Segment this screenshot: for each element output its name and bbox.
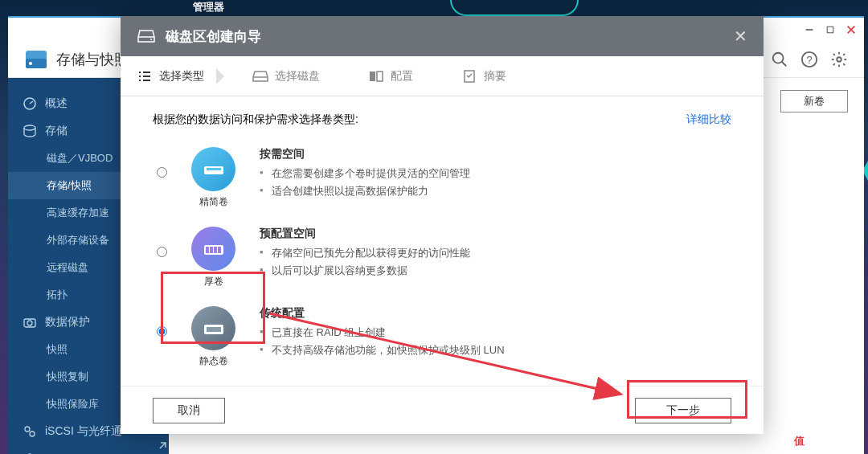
svg-rect-5 [26,59,47,68]
static-title: 传统配置 [260,306,727,321]
app-title: 存储与快照 [56,50,129,69]
decoration-curve [450,0,579,16]
disk-stack-icon [23,124,37,138]
camera-icon [23,315,37,329]
svg-text:?: ? [806,54,812,66]
svg-line-13 [30,101,33,104]
drive-white-icon [137,28,156,44]
svg-rect-31 [377,72,383,81]
step-configure: 配置 [368,68,433,84]
annotation-box-1 [161,272,265,344]
svg-rect-37 [210,247,213,253]
watermark: 值 什么值得买 [790,432,864,450]
help-icon[interactable]: ? [800,51,818,68]
step-select-type[interactable]: 选择类型 [137,68,224,84]
svg-point-22 [150,39,152,40]
sidebar-item-hybridmount[interactable]: HybridMount [8,445,169,454]
new-volume-button[interactable]: 新卷 [780,90,848,112]
radio-thin[interactable] [157,167,167,178]
svg-rect-38 [214,247,217,253]
svg-rect-1 [827,27,833,33]
svg-point-17 [25,427,30,432]
minimize-button[interactable] [803,23,816,36]
compare-link[interactable]: 详细比较 [686,112,731,127]
prompt-text: 根据您的数据访问和保护需求选择卷类型: [153,112,358,127]
popout-icon[interactable] [157,440,168,452]
svg-rect-39 [218,247,221,253]
clipboard-icon [461,68,477,84]
svg-rect-36 [206,247,209,253]
list-icon [137,68,153,84]
radio-thick[interactable] [157,247,167,257]
option-thin[interactable]: 精简卷 按需空间 在您需要创建多个卷时提供灵活的空间管理 适合创建快照以提高数据… [153,143,731,213]
step-summary: 摘要 [461,68,526,84]
top-tab-bar: 管理器 [0,0,868,16]
create-volume-wizard-modal: 磁盘区创建向导 ✕ 选择类型 选择磁盘 配置 摘要 根据您的数据访问和保护需求选… [121,16,764,434]
annotation-box-2 [627,380,747,419]
svg-point-7 [773,53,784,63]
svg-rect-34 [207,168,221,170]
storage-icon [24,49,48,70]
search-icon[interactable] [771,51,788,68]
modal-header: 磁盘区创建向导 ✕ [121,16,764,56]
wizard-steps: 选择类型 选择磁盘 配置 摘要 [121,56,764,96]
slider-icon [368,68,384,84]
gear-icon[interactable] [830,51,848,68]
thin-volume-icon [191,147,235,191]
svg-point-14 [24,125,35,130]
svg-point-11 [837,57,841,62]
modal-title: 磁盘区创建向导 [166,27,261,46]
app-logo: 存储与快照 [24,49,129,70]
modal-close-button[interactable]: ✕ [734,27,747,46]
maximize-button[interactable] [824,23,837,36]
svg-rect-30 [370,72,375,81]
thick-title: 预配置空间 [260,227,727,241]
svg-point-16 [27,321,32,325]
svg-point-18 [30,432,35,436]
watermark-text: 什么值得买 [812,434,864,448]
disk-icon [252,68,268,84]
svg-point-6 [29,62,32,65]
watermark-badge: 值 [790,432,808,450]
svg-line-8 [782,62,787,67]
cancel-button[interactable]: 取消 [153,398,225,423]
thin-title: 按需空间 [260,147,727,162]
gauge-icon [23,96,37,111]
thick-volume-icon [191,227,235,271]
close-button[interactable] [845,23,858,36]
link-icon [23,424,37,439]
step-select-disk: 选择磁盘 [252,68,340,84]
